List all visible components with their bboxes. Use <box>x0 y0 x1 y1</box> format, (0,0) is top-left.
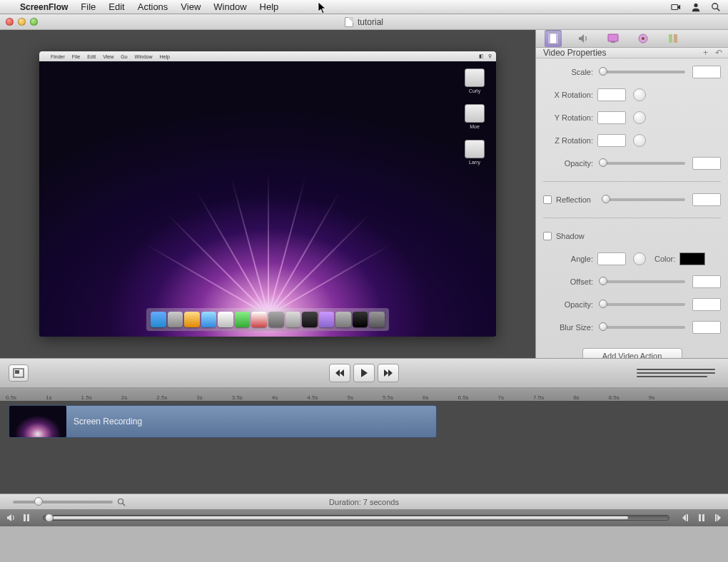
timeline[interactable]: Screen Recording <box>0 401 728 494</box>
menu-window[interactable]: Window <box>213 1 246 12</box>
document-title: tutorial <box>358 17 383 27</box>
forward-button[interactable] <box>378 364 399 382</box>
opacity-slider[interactable] <box>600 162 685 165</box>
svg-rect-18 <box>27 514 29 521</box>
minimize-button[interactable] <box>18 18 26 26</box>
tab-callout[interactable] <box>635 30 652 47</box>
angle-field[interactable] <box>597 252 626 265</box>
clip-label: Screen Recording <box>74 417 142 426</box>
svg-rect-12 <box>674 34 677 43</box>
zoom-button[interactable] <box>30 18 38 26</box>
menu-view[interactable]: View <box>181 1 201 12</box>
shadow-label: Shadow <box>556 232 585 240</box>
shadow-checkbox[interactable] <box>543 232 552 240</box>
svg-rect-0 <box>672 4 678 9</box>
blur-label: Blur Size: <box>543 323 593 332</box>
track-height-control[interactable] <box>637 367 715 379</box>
clip-thumbnail <box>9 406 66 437</box>
document-icon <box>345 17 353 27</box>
scrub-track[interactable] <box>43 515 669 521</box>
status-bar: Duration: 7 seconds <box>0 494 728 509</box>
rewind-button[interactable] <box>329 364 350 382</box>
scale-label: Scale: <box>543 68 593 76</box>
record-icon[interactable] <box>671 2 681 12</box>
blur-slider[interactable] <box>600 326 685 329</box>
desktop-drive-icon <box>465 104 485 123</box>
desktop-drive-icon <box>465 68 485 87</box>
opacity-field[interactable] <box>692 157 721 170</box>
step-fwd-icon[interactable] <box>712 513 722 523</box>
timeline-ruler[interactable]: 0.5s1s1.5s2s2.5s3s3.5s4s4.5s5s5.5s6s6.5s… <box>0 388 728 401</box>
tab-media[interactable] <box>664 30 682 47</box>
menu-edit[interactable]: Edit <box>108 1 124 12</box>
reflection-checkbox[interactable] <box>543 195 552 204</box>
opacity-label: Opacity: <box>543 159 593 168</box>
pause-icon[interactable] <box>21 513 31 523</box>
desktop-drive-icon <box>465 140 485 158</box>
y-rotation-dial[interactable] <box>633 111 646 124</box>
inspector-header: Video Properties + ↶ <box>536 48 728 58</box>
scale-field[interactable] <box>692 66 721 78</box>
transport-bar <box>0 358 728 388</box>
shadow-opacity-field[interactable] <box>692 298 721 311</box>
scale-slider[interactable] <box>600 71 685 73</box>
y-rotation-label: Y Rotation: <box>543 113 593 122</box>
mouse-cursor <box>318 1 328 14</box>
user-icon[interactable] <box>691 2 701 12</box>
y-rotation-field[interactable] <box>597 111 626 124</box>
offset-slider[interactable] <box>600 280 685 283</box>
svg-rect-8 <box>611 41 615 43</box>
menu-actions[interactable]: Actions <box>138 1 168 12</box>
reflection-field[interactable] <box>692 193 721 206</box>
close-button[interactable] <box>6 18 14 26</box>
x-rotation-dial[interactable] <box>633 88 646 101</box>
spotlight-icon[interactable] <box>711 2 721 12</box>
pause-icon-2[interactable] <box>697 513 707 523</box>
svg-rect-7 <box>608 34 618 41</box>
reflection-slider[interactable] <box>603 198 685 201</box>
app-name[interactable]: ScreenFlow <box>20 2 68 12</box>
blur-field[interactable] <box>692 321 721 334</box>
duration-label: Duration: 7 seconds <box>329 498 399 506</box>
menu-help[interactable]: Help <box>260 1 279 12</box>
system-menubar: ScreenFlow File Edit Actions View Window… <box>0 0 728 14</box>
svg-point-15 <box>118 499 123 504</box>
shadow-opacity-slider[interactable] <box>600 303 685 306</box>
svg-point-10 <box>642 37 644 40</box>
add-icon[interactable]: + <box>703 48 708 58</box>
svg-rect-14 <box>15 370 19 374</box>
preview-video[interactable]: Finder File Edit View Go Window Help ◧⚲ <box>39 51 496 337</box>
tab-video[interactable] <box>545 30 562 47</box>
preview-dock <box>146 308 389 331</box>
svg-point-1 <box>694 3 697 6</box>
reset-icon[interactable]: ↶ <box>715 48 722 58</box>
svg-rect-11 <box>669 34 672 43</box>
shadow-color-well[interactable] <box>679 252 705 265</box>
svg-point-2 <box>712 3 718 9</box>
menu-file[interactable]: File <box>81 1 96 12</box>
svg-line-16 <box>123 504 125 506</box>
tab-audio[interactable] <box>575 30 592 47</box>
preview-menubar: Finder File Edit View Go Window Help ◧⚲ <box>39 51 496 61</box>
timeline-clip[interactable]: Screen Recording <box>9 405 437 438</box>
angle-label: Angle: <box>543 255 593 263</box>
canvas-area[interactable]: Finder File Edit View Go Window Help ◧⚲ <box>0 30 535 358</box>
offset-field[interactable] <box>692 275 721 288</box>
angle-dial[interactable] <box>633 252 646 265</box>
x-rotation-field[interactable] <box>597 88 626 101</box>
play-button[interactable] <box>353 364 375 382</box>
timeline-zoom-slider[interactable] <box>13 501 113 504</box>
svg-rect-5 <box>548 34 550 44</box>
insert-marker-button[interactable] <box>9 364 29 382</box>
tab-screen[interactable] <box>605 30 622 47</box>
color-label: Color: <box>654 255 675 263</box>
volume-icon[interactable] <box>6 513 16 523</box>
svg-rect-20 <box>699 514 701 521</box>
z-rotation-label: Z Rotation: <box>543 136 593 145</box>
z-rotation-dial[interactable] <box>633 134 646 147</box>
scrub-bar <box>0 509 728 526</box>
scrub-thumb[interactable] <box>45 514 54 522</box>
step-back-icon[interactable] <box>681 513 691 523</box>
svg-line-3 <box>717 8 720 11</box>
z-rotation-field[interactable] <box>597 134 626 147</box>
